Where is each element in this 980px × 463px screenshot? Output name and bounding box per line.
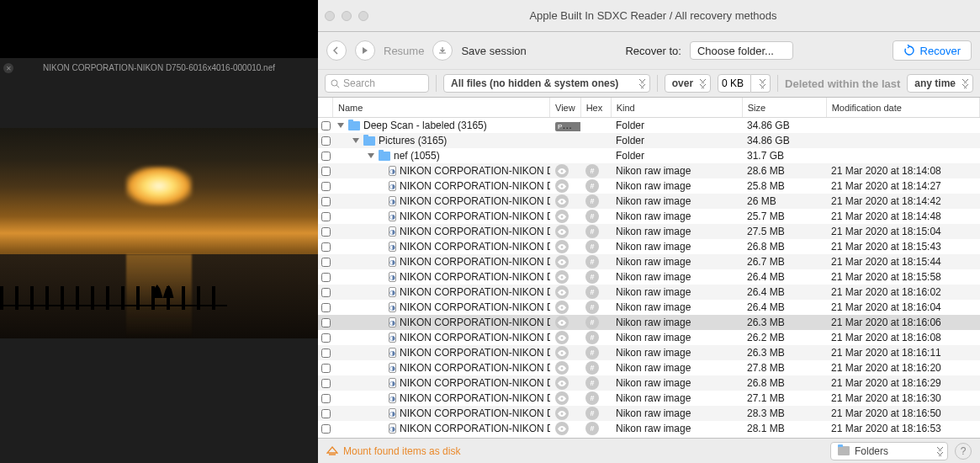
row-checkbox[interactable]: [321, 379, 331, 388]
preview-icon[interactable]: [555, 316, 569, 329]
recover-button[interactable]: Recover: [893, 40, 972, 61]
row-checkbox[interactable]: [321, 394, 331, 403]
row-checkbox[interactable]: [321, 409, 331, 418]
table-row[interactable]: ◑NIKON CORPORATION-NIKON D75… # Nikon ra…: [318, 360, 980, 375]
table-row[interactable]: ◑NIKON CORPORATION-NIKON D75… # Nikon ra…: [318, 406, 980, 421]
table-row[interactable]: ◑NIKON CORPORATION-NIKON D75… # Nikon ra…: [318, 391, 980, 406]
traffic-min[interactable]: [342, 11, 352, 21]
preview-icon[interactable]: [555, 361, 569, 375]
hex-icon[interactable]: #: [585, 301, 599, 314]
hex-icon[interactable]: #: [585, 316, 599, 329]
row-checkbox[interactable]: [321, 258, 331, 267]
size-unit-select[interactable]: [751, 74, 771, 93]
hex-icon[interactable]: #: [585, 240, 599, 253]
file-list[interactable]: Deep Scan - labeled (3165) PRO ↗ Folder3…: [318, 118, 980, 438]
row-checkbox[interactable]: [321, 136, 331, 146]
preview-icon[interactable]: [555, 255, 569, 269]
traffic-close[interactable]: [325, 11, 335, 21]
hex-icon[interactable]: #: [585, 210, 599, 223]
save-session-button[interactable]: [432, 40, 453, 61]
hex-icon[interactable]: #: [585, 164, 599, 178]
table-row[interactable]: ◑NIKON CORPORATION-NIKON D75… # Nikon ra…: [318, 178, 980, 194]
mount-button[interactable]: Mount found items as disk: [326, 445, 460, 457]
hex-icon[interactable]: #: [585, 346, 599, 359]
size-value-input[interactable]: [718, 74, 751, 93]
hex-icon[interactable]: #: [585, 361, 599, 375]
recover-folder-select[interactable]: Choose folder...: [690, 41, 793, 60]
deleted-time-select[interactable]: any time: [907, 74, 973, 93]
hex-icon[interactable]: #: [585, 225, 599, 238]
row-checkbox[interactable]: [321, 182, 331, 191]
table-row[interactable]: Deep Scan - labeled (3165) PRO ↗ Folder3…: [318, 118, 980, 133]
hex-icon[interactable]: #: [585, 391, 599, 405]
table-row[interactable]: ◑NIKON CORPORATION-NIKON D75… # Nikon ra…: [318, 239, 980, 254]
row-checkbox[interactable]: [321, 288, 331, 297]
hex-icon[interactable]: #: [585, 331, 599, 344]
table-row[interactable]: ◑NIKON CORPORATION-NIKON D75… # Nikon ra…: [318, 209, 980, 224]
preview-icon[interactable]: [555, 194, 569, 208]
table-row[interactable]: ◑NIKON CORPORATION-NIKON D75… # Nikon ra…: [318, 163, 980, 178]
table-row[interactable]: ◑NIKON CORPORATION-NIKON D75… # Nikon ra…: [318, 254, 980, 269]
header-kind[interactable]: Kind: [612, 98, 743, 117]
row-checkbox[interactable]: [321, 167, 331, 176]
preview-icon[interactable]: [555, 270, 569, 284]
preview-icon[interactable]: [555, 225, 569, 238]
table-row[interactable]: ◑NIKON CORPORATION-NIKON D75… # Nikon ra…: [318, 269, 980, 285]
table-row[interactable]: ◑NIKON CORPORATION-NIKON D75… # Nikon ra…: [318, 285, 980, 300]
preview-icon[interactable]: [555, 422, 569, 435]
preview-icon[interactable]: [555, 407, 569, 420]
file-type-filter[interactable]: All files (no hidden & system ones): [443, 74, 650, 93]
hex-icon[interactable]: #: [585, 270, 599, 284]
hex-icon[interactable]: #: [585, 376, 599, 390]
table-row[interactable]: ◑NIKON CORPORATION-NIKON D75… # Nikon ra…: [318, 375, 980, 391]
row-checkbox[interactable]: [321, 424, 331, 434]
table-row[interactable]: ◑NIKON CORPORATION-NIKON D75… # Nikon ra…: [318, 224, 980, 239]
hex-icon[interactable]: #: [585, 179, 599, 193]
row-checkbox[interactable]: [321, 349, 331, 358]
row-checkbox[interactable]: [321, 242, 331, 252]
row-checkbox[interactable]: [321, 121, 331, 130]
preview-icon[interactable]: [555, 301, 569, 314]
preview-icon[interactable]: [555, 179, 569, 193]
row-checkbox[interactable]: [321, 333, 331, 343]
preview-icon[interactable]: [555, 240, 569, 253]
row-checkbox[interactable]: [321, 364, 331, 373]
header-name[interactable]: Name: [333, 98, 550, 117]
resume-button[interactable]: [355, 40, 375, 61]
preview-icon[interactable]: [555, 210, 569, 223]
size-operator-select[interactable]: over: [665, 74, 711, 93]
hex-icon[interactable]: #: [585, 255, 599, 269]
hex-icon[interactable]: #: [585, 407, 599, 420]
row-checkbox[interactable]: [321, 197, 331, 206]
help-button[interactable]: ?: [955, 443, 972, 460]
header-date[interactable]: Modification date: [827, 98, 980, 117]
header-hex[interactable]: Hex: [581, 98, 612, 117]
preview-icon[interactable]: [555, 346, 569, 359]
table-row[interactable]: Pictures (3165) Folder34.86 GB: [318, 133, 980, 148]
table-row[interactable]: nef (1055) Folder31.7 GB: [318, 148, 980, 163]
preview-icon[interactable]: [555, 285, 569, 299]
search-input[interactable]: Search: [325, 74, 429, 93]
table-row[interactable]: ◑NIKON CORPORATION-NIKON D75… # Nikon ra…: [318, 330, 980, 345]
view-mode-select[interactable]: Folders: [830, 442, 948, 460]
row-checkbox[interactable]: [321, 318, 331, 327]
preview-icon[interactable]: [555, 164, 569, 178]
row-checkbox[interactable]: [321, 152, 331, 161]
hex-icon[interactable]: #: [585, 194, 599, 208]
table-row[interactable]: ◑NIKON CORPORATION-NIKON D75… # Nikon ra…: [318, 345, 980, 360]
preview-icon[interactable]: [555, 391, 569, 405]
row-checkbox[interactable]: [321, 273, 331, 282]
header-size[interactable]: Size: [743, 98, 827, 117]
table-row[interactable]: ◑NIKON CORPORATION-NIKON D75… # Nikon ra…: [318, 194, 980, 209]
row-checkbox[interactable]: [321, 227, 331, 237]
traffic-max[interactable]: [358, 11, 368, 21]
back-button[interactable]: [326, 40, 347, 61]
preview-icon[interactable]: [555, 376, 569, 390]
row-checkbox[interactable]: [321, 303, 331, 312]
table-row[interactable]: ◑NIKON CORPORATION-NIKON D75… # Nikon ra…: [318, 315, 980, 330]
preview-icon[interactable]: [555, 331, 569, 344]
table-row[interactable]: ◑NIKON CORPORATION-NIKON D75… # Nikon ra…: [318, 300, 980, 315]
header-view[interactable]: View: [550, 98, 581, 117]
hex-icon[interactable]: #: [585, 285, 599, 299]
hex-icon[interactable]: #: [585, 422, 599, 435]
